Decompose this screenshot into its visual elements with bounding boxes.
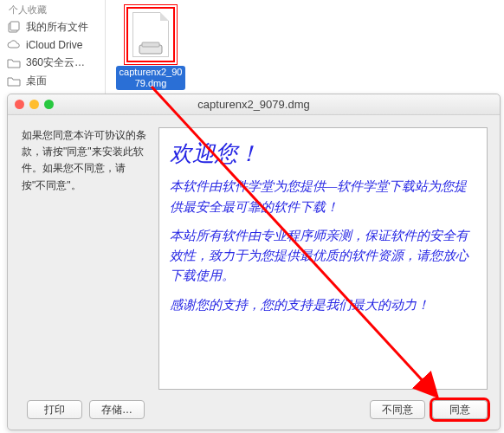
sidebar-item-label: 360安全云… (26, 55, 85, 70)
license-paragraph: 本软件由软件学堂为您提供—软件学堂下载站为您提供最安全最可靠的软件下载！ (170, 177, 476, 217)
minimize-button[interactable] (29, 100, 39, 109)
license-paragraph: 本站所有软件由专业程序师亲测，保证软件的安全有效性，致力于为您提供最优质的软件资… (170, 226, 476, 287)
titlebar: capturenx2_9079.dmg (8, 94, 500, 115)
sidebar-item-all-files[interactable]: 我的所有文件 (0, 18, 105, 36)
disk-icon (139, 42, 163, 55)
dmg-file-icon (126, 7, 175, 62)
license-content: 欢迎您！ 本软件由软件学堂为您提供—软件学堂下载站为您提供最安全最可靠的软件下载… (158, 127, 488, 390)
disagree-button[interactable]: 不同意 (370, 400, 425, 419)
sidebar-item-label: iCloud Drive (26, 39, 82, 51)
license-dialog: capturenx2_9079.dmg 如果您同意本许可协议的条款，请按"同意"… (7, 94, 501, 430)
welcome-header: 欢迎您！ (170, 137, 476, 171)
window-controls (15, 100, 54, 109)
svg-rect-1 (10, 22, 19, 30)
button-bar: 打印 存储… 不同意 同意 (8, 393, 500, 430)
save-button[interactable]: 存储… (89, 400, 145, 419)
agree-button[interactable]: 同意 (432, 400, 488, 419)
sidebar-item-desktop[interactable]: 桌面 (0, 72, 105, 90)
zoom-button[interactable] (44, 100, 54, 109)
cloud-icon (7, 38, 21, 52)
license-instruction: 如果您同意本许可协议的条款，请按"同意"来安装此软件。如果您不同意，请按"不同意… (22, 127, 146, 390)
sidebar-section-header: 个人收藏 (0, 3, 105, 18)
file-label: capturenx2_9079.dmg (116, 66, 185, 90)
print-button[interactable]: 打印 (27, 400, 82, 419)
all-files-icon (7, 21, 21, 35)
folder-icon (7, 74, 21, 88)
finder-sidebar: 个人收藏 我的所有文件 iCloud Drive 360安全云… 桌面 (0, 0, 106, 100)
folder-icon (7, 56, 21, 70)
dialog-body: 如果您同意本许可协议的条款，请按"同意"来安装此软件。如果您不同意，请按"不同意… (8, 115, 500, 393)
window-title: capturenx2_9079.dmg (197, 98, 309, 111)
file-item[interactable]: capturenx2_9079.dmg (116, 7, 185, 90)
license-paragraph: 感谢您的支持，您的支持是我们最大的动力！ (170, 295, 476, 315)
finder-window: 个人收藏 我的所有文件 iCloud Drive 360安全云… 桌面 capt… (0, 0, 504, 100)
sidebar-item-label: 桌面 (26, 74, 47, 88)
sidebar-item-360[interactable]: 360安全云… (0, 54, 105, 72)
svg-rect-3 (142, 42, 159, 47)
sidebar-item-icloud[interactable]: iCloud Drive (0, 36, 105, 54)
close-button[interactable] (15, 100, 24, 109)
sidebar-item-label: 我的所有文件 (26, 20, 88, 35)
finder-files-area: capturenx2_9079.dmg (106, 0, 504, 100)
